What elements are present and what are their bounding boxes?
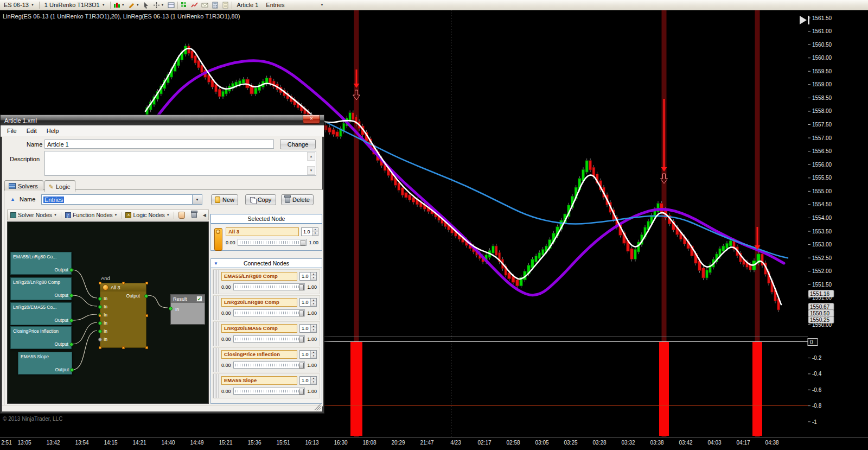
spin-buttons[interactable]: ▲▼	[312, 228, 318, 236]
logic-name-combo[interactable]: Entries ▼	[41, 194, 202, 205]
output-port[interactable]	[144, 294, 148, 298]
slider-thumb[interactable]	[299, 389, 304, 395]
tab-logic[interactable]: ✎ Logic	[44, 180, 76, 192]
step-stepper[interactable]: 1.0▲▼	[299, 298, 317, 307]
spin-buttons[interactable]: ▲▼	[310, 325, 316, 332]
selection-handle[interactable]	[99, 314, 101, 317]
input-port[interactable]	[98, 338, 102, 341]
drag-grip[interactable]	[213, 296, 219, 320]
node-name-box[interactable]: LnRg20/EMA55 Comp	[221, 324, 297, 333]
drag-grip[interactable]	[213, 374, 219, 398]
slider-thumb[interactable]	[301, 240, 305, 246]
line-chart-icon[interactable]	[189, 0, 200, 10]
weight-slider[interactable]	[233, 335, 305, 343]
spin-buttons[interactable]: ▲▼	[310, 377, 316, 384]
node-name-box[interactable]: EMA55/LnRg80 Comp	[221, 272, 297, 281]
selection-handle[interactable]	[145, 314, 148, 317]
panel-layout-icon[interactable]	[166, 0, 176, 10]
logic-nodes-menu[interactable]: ∧Logic Nodes▼	[123, 210, 172, 220]
menu-help[interactable]: Help	[42, 126, 64, 135]
trash-icon[interactable]	[192, 212, 197, 218]
collapse-up-icon[interactable]: ▲	[10, 197, 15, 202]
go-to-end-icon[interactable]	[800, 16, 807, 24]
spin-buttons[interactable]: ▲▼	[310, 272, 316, 280]
menu-edit[interactable]: Edit	[22, 126, 42, 135]
step-stepper[interactable]: 1.0▲▼	[299, 272, 317, 281]
name-input[interactable]	[44, 140, 274, 149]
selected-node-name[interactable]: All 3	[226, 227, 299, 236]
description-input[interactable]: ▲ ▼	[44, 151, 316, 176]
weight-slider[interactable]	[233, 283, 305, 290]
solver-nodes-menu[interactable]: Solver Nodes▼	[8, 210, 60, 220]
source-node[interactable]: LnRg20/EMA55 Co...Output	[10, 302, 72, 325]
drag-grip[interactable]	[213, 348, 219, 372]
drag-grip[interactable]	[213, 270, 219, 294]
step-stepper[interactable]: 1.0▲▼	[299, 376, 317, 385]
chart-style-icon[interactable]: ▼	[112, 0, 126, 10]
node-name-box[interactable]: LnRg20/LnRg80 Comp	[221, 298, 297, 307]
input-port[interactable]	[98, 329, 102, 333]
scroll-up-icon[interactable]: ▲	[307, 152, 315, 161]
output-port[interactable]	[69, 294, 73, 297]
scroll-down-icon[interactable]: ▼	[307, 166, 315, 175]
pan-hand-icon[interactable]	[178, 212, 185, 219]
crosshair-icon[interactable]: ▼	[151, 0, 166, 10]
slider-thumb[interactable]	[299, 337, 304, 343]
new-button[interactable]: New	[211, 194, 238, 205]
tab-solvers[interactable]: Solvers	[4, 180, 43, 191]
source-node[interactable]: EMA55 SlopeOutput	[18, 352, 72, 375]
calculator-icon[interactable]	[210, 0, 220, 10]
node-name-box[interactable]: EMA55 Slope	[221, 376, 297, 385]
menu-file[interactable]: File	[2, 126, 22, 135]
mail-icon[interactable]	[200, 0, 210, 10]
selection-handle[interactable]	[145, 346, 148, 349]
pointer-icon[interactable]	[141, 0, 151, 10]
window-titlebar[interactable]: Article 1.xml ×	[1, 115, 324, 125]
slider-thumb[interactable]	[299, 310, 304, 316]
resize-grip[interactable]	[315, 404, 321, 410]
weight-slider[interactable]	[238, 239, 307, 246]
node-name-box[interactable]: ClosingPrice Inflection	[221, 350, 297, 359]
grid-icon[interactable]	[179, 0, 189, 10]
strategy-label[interactable]: Article 1	[233, 0, 263, 10]
output-port[interactable]	[70, 368, 74, 372]
weight-slider[interactable]	[233, 362, 305, 369]
spin-buttons[interactable]: ▲▼	[310, 351, 316, 358]
slider-thumb[interactable]	[299, 284, 304, 290]
output-port[interactable]	[69, 319, 73, 322]
selection-handle[interactable]	[145, 282, 148, 284]
collapse-left-icon[interactable]: ◀	[203, 213, 208, 218]
instrument-selector[interactable]: ES 06-13 ▼	[0, 0, 38, 10]
go-to-end-bar[interactable]	[808, 16, 809, 24]
node-canvas[interactable]: EMA55/LnRg80 Co...OutputLnRg20/LnRg80 Co…	[7, 221, 209, 404]
copy-button[interactable]: Copy	[245, 194, 276, 205]
function-nodes-menu[interactable]: ƒFunction Nodes▼	[62, 210, 120, 220]
selection-handle[interactable]	[122, 346, 125, 349]
spin-buttons[interactable]: ▲▼	[310, 299, 316, 306]
step-stepper[interactable]: 1.0▲▼	[299, 350, 317, 359]
and-node[interactable]: All 3OutputInInInInInIn	[100, 283, 146, 348]
input-port[interactable]	[169, 307, 173, 310]
output-port[interactable]	[69, 268, 73, 272]
source-node[interactable]: ClosingPrice InflectionOutput	[10, 326, 72, 349]
chevron-down-icon[interactable]: ▼	[214, 261, 218, 266]
chevron-down-icon[interactable]: ▼	[192, 195, 202, 204]
step-stepper[interactable]: 1.0▲▼	[299, 324, 317, 333]
weight-slider[interactable]	[233, 309, 305, 316]
weight-slider[interactable]	[233, 388, 305, 395]
change-button[interactable]: Change	[280, 139, 316, 149]
step-stepper[interactable]: 1.0 ▲▼	[301, 227, 318, 236]
input-port[interactable]	[98, 321, 102, 325]
logic-selector[interactable]: Entries ▼	[262, 0, 327, 10]
input-port[interactable]	[98, 297, 102, 301]
source-node[interactable]: EMA55/LnRg80 Co...Output	[10, 252, 72, 275]
selection-handle[interactable]	[99, 346, 101, 349]
output-port[interactable]	[69, 343, 73, 346]
source-node[interactable]: LnRg20/LnRg80 CompOutput	[10, 277, 72, 300]
notepad-icon[interactable]	[220, 0, 231, 10]
draw-pencil-icon[interactable]: ▼	[126, 0, 141, 10]
delete-button[interactable]: Delete	[281, 194, 314, 205]
selection-handle[interactable]	[122, 282, 125, 284]
drag-grip[interactable]	[213, 322, 219, 346]
selection-handle[interactable]	[99, 282, 101, 284]
